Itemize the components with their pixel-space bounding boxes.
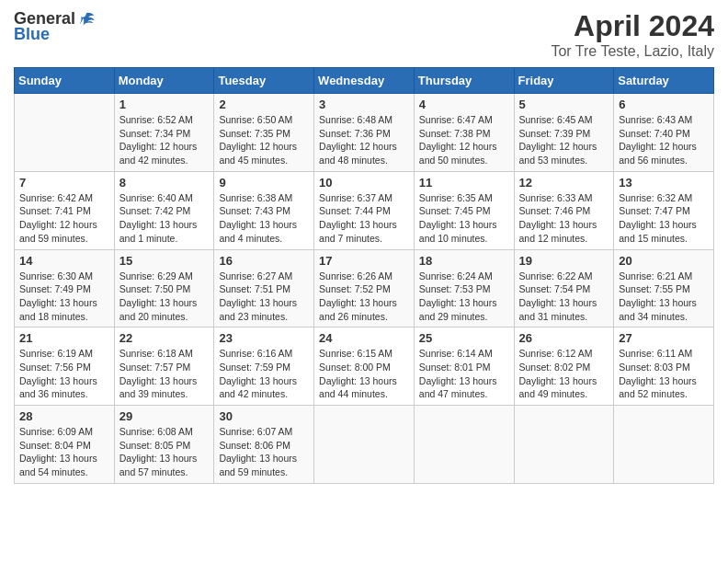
- header-thursday: Thursday: [414, 68, 514, 94]
- calendar-cell: 25Sunrise: 6:14 AMSunset: 8:01 PMDayligh…: [414, 327, 514, 406]
- day-info: Sunrise: 6:42 AMSunset: 7:41 PMDaylight:…: [19, 191, 109, 246]
- calendar-cell: 3Sunrise: 6:48 AMSunset: 7:36 PMDaylight…: [314, 94, 415, 172]
- day-info: Sunrise: 6:24 AMSunset: 7:53 PMDaylight:…: [419, 270, 509, 324]
- calendar-cell: 21Sunrise: 6:19 AMSunset: 7:56 PMDayligh…: [15, 327, 115, 406]
- header-tuesday: Tuesday: [214, 68, 314, 94]
- calendar-cell: 6Sunrise: 6:43 AMSunset: 7:40 PMDaylight…: [614, 94, 714, 172]
- day-number: 9: [219, 176, 309, 190]
- day-number: 17: [319, 254, 409, 268]
- calendar-cell: 9Sunrise: 6:38 AMSunset: 7:43 PMDaylight…: [214, 171, 314, 249]
- day-number: 26: [519, 331, 609, 345]
- calendar-cell: 20Sunrise: 6:21 AMSunset: 7:55 PMDayligh…: [614, 249, 714, 327]
- calendar-cell: 10Sunrise: 6:37 AMSunset: 7:44 PMDayligh…: [314, 171, 415, 249]
- day-number: 4: [419, 98, 509, 111]
- calendar-cell: 18Sunrise: 6:24 AMSunset: 7:53 PMDayligh…: [414, 249, 514, 327]
- day-info: Sunrise: 6:38 AMSunset: 7:43 PMDaylight:…: [219, 191, 309, 246]
- week-row-1: 1Sunrise: 6:52 AMSunset: 7:34 PMDaylight…: [15, 94, 714, 172]
- day-info: Sunrise: 6:47 AMSunset: 7:38 PMDaylight:…: [419, 113, 509, 167]
- subtitle: Tor Tre Teste, Lazio, Italy: [551, 43, 714, 60]
- calendar-cell: 15Sunrise: 6:29 AMSunset: 7:50 PMDayligh…: [114, 249, 214, 327]
- day-info: Sunrise: 6:12 AMSunset: 8:02 PMDaylight:…: [519, 347, 609, 401]
- day-number: 24: [319, 331, 409, 345]
- day-info: Sunrise: 6:35 AMSunset: 7:45 PMDaylight:…: [419, 191, 509, 246]
- day-info: Sunrise: 6:21 AMSunset: 7:55 PMDaylight:…: [619, 270, 709, 324]
- day-info: Sunrise: 6:15 AMSunset: 8:00 PMDaylight:…: [319, 347, 409, 401]
- day-number: 18: [419, 254, 509, 268]
- title-area: April 2024 Tor Tre Teste, Lazio, Italy: [551, 9, 714, 60]
- calendar-cell: 24Sunrise: 6:15 AMSunset: 8:00 PMDayligh…: [314, 327, 415, 406]
- calendar-cell: 27Sunrise: 6:11 AMSunset: 8:03 PMDayligh…: [614, 327, 714, 406]
- day-number: 16: [219, 254, 309, 268]
- day-number: 21: [19, 331, 109, 345]
- calendar-cell: 11Sunrise: 6:35 AMSunset: 7:45 PMDayligh…: [414, 171, 514, 249]
- calendar-cell: 5Sunrise: 6:45 AMSunset: 7:39 PMDaylight…: [514, 94, 614, 172]
- calendar-cell: [15, 94, 115, 172]
- day-info: Sunrise: 6:07 AMSunset: 8:06 PMDaylight:…: [219, 425, 309, 479]
- day-info: Sunrise: 6:40 AMSunset: 7:42 PMDaylight:…: [119, 191, 210, 246]
- day-number: 25: [419, 331, 509, 345]
- day-info: Sunrise: 6:45 AMSunset: 7:39 PMDaylight:…: [519, 113, 609, 167]
- week-row-3: 14Sunrise: 6:30 AMSunset: 7:49 PMDayligh…: [15, 249, 714, 327]
- day-info: Sunrise: 6:16 AMSunset: 7:59 PMDaylight:…: [219, 347, 309, 401]
- calendar-cell: 8Sunrise: 6:40 AMSunset: 7:42 PMDaylight…: [114, 171, 214, 249]
- calendar-cell: 1Sunrise: 6:52 AMSunset: 7:34 PMDaylight…: [114, 94, 214, 172]
- calendar-cell: [614, 406, 714, 484]
- header-friday: Friday: [514, 68, 614, 94]
- day-number: 7: [19, 176, 109, 190]
- day-info: Sunrise: 6:50 AMSunset: 7:35 PMDaylight:…: [219, 113, 309, 167]
- calendar-cell: 19Sunrise: 6:22 AMSunset: 7:54 PMDayligh…: [514, 249, 614, 327]
- logo-bird-icon: [77, 10, 96, 29]
- day-info: Sunrise: 6:22 AMSunset: 7:54 PMDaylight:…: [519, 270, 609, 324]
- calendar-cell: [414, 406, 514, 484]
- header-sunday: Sunday: [15, 68, 115, 94]
- day-info: Sunrise: 6:37 AMSunset: 7:44 PMDaylight:…: [319, 191, 409, 246]
- day-number: 8: [119, 176, 210, 190]
- week-row-2: 7Sunrise: 6:42 AMSunset: 7:41 PMDaylight…: [15, 171, 714, 249]
- calendar-cell: 14Sunrise: 6:30 AMSunset: 7:49 PMDayligh…: [15, 249, 115, 327]
- day-number: 5: [519, 98, 609, 111]
- calendar-cell: 4Sunrise: 6:47 AMSunset: 7:38 PMDaylight…: [414, 94, 514, 172]
- calendar-cell: 30Sunrise: 6:07 AMSunset: 8:06 PMDayligh…: [214, 406, 314, 484]
- day-info: Sunrise: 6:30 AMSunset: 7:49 PMDaylight:…: [19, 270, 109, 324]
- calendar-cell: [514, 406, 614, 484]
- calendar-cell: 2Sunrise: 6:50 AMSunset: 7:35 PMDaylight…: [214, 94, 314, 172]
- day-number: 14: [19, 254, 109, 268]
- calendar-cell: 7Sunrise: 6:42 AMSunset: 7:41 PMDaylight…: [15, 171, 115, 249]
- logo-blue: Blue: [14, 25, 50, 44]
- day-number: 2: [219, 98, 309, 111]
- day-info: Sunrise: 6:26 AMSunset: 7:52 PMDaylight:…: [319, 270, 409, 324]
- day-number: 23: [219, 331, 309, 345]
- day-number: 20: [619, 254, 709, 268]
- day-number: 1: [119, 98, 210, 111]
- day-number: 13: [619, 176, 709, 190]
- calendar-cell: 16Sunrise: 6:27 AMSunset: 7:51 PMDayligh…: [214, 249, 314, 327]
- calendar-cell: 29Sunrise: 6:08 AMSunset: 8:05 PMDayligh…: [114, 406, 214, 484]
- day-number: 15: [119, 254, 210, 268]
- calendar-cell: 26Sunrise: 6:12 AMSunset: 8:02 PMDayligh…: [514, 327, 614, 406]
- calendar-cell: 22Sunrise: 6:18 AMSunset: 7:57 PMDayligh…: [114, 327, 214, 406]
- day-info: Sunrise: 6:29 AMSunset: 7:50 PMDaylight:…: [119, 270, 210, 324]
- day-info: Sunrise: 6:11 AMSunset: 8:03 PMDaylight:…: [619, 347, 709, 401]
- calendar-table: SundayMondayTuesdayWednesdayThursdayFrid…: [14, 67, 714, 484]
- header-wednesday: Wednesday: [314, 68, 415, 94]
- day-number: 28: [19, 409, 109, 423]
- day-number: 30: [219, 409, 309, 423]
- calendar-cell: 28Sunrise: 6:09 AMSunset: 8:04 PMDayligh…: [15, 406, 115, 484]
- day-number: 12: [519, 176, 609, 190]
- week-row-4: 21Sunrise: 6:19 AMSunset: 7:56 PMDayligh…: [15, 327, 714, 406]
- calendar-cell: 23Sunrise: 6:16 AMSunset: 7:59 PMDayligh…: [214, 327, 314, 406]
- day-number: 6: [619, 98, 709, 111]
- day-number: 22: [119, 331, 210, 345]
- day-info: Sunrise: 6:52 AMSunset: 7:34 PMDaylight:…: [119, 113, 210, 167]
- day-info: Sunrise: 6:48 AMSunset: 7:36 PMDaylight:…: [319, 113, 409, 167]
- day-info: Sunrise: 6:18 AMSunset: 7:57 PMDaylight:…: [119, 347, 210, 401]
- calendar-cell: 17Sunrise: 6:26 AMSunset: 7:52 PMDayligh…: [314, 249, 415, 327]
- calendar-cell: 12Sunrise: 6:33 AMSunset: 7:46 PMDayligh…: [514, 171, 614, 249]
- header-monday: Monday: [114, 68, 214, 94]
- header-saturday: Saturday: [614, 68, 714, 94]
- day-info: Sunrise: 6:27 AMSunset: 7:51 PMDaylight:…: [219, 270, 309, 324]
- main-title: April 2024: [551, 9, 714, 43]
- day-info: Sunrise: 6:43 AMSunset: 7:40 PMDaylight:…: [619, 113, 709, 167]
- day-info: Sunrise: 6:32 AMSunset: 7:47 PMDaylight:…: [619, 191, 709, 246]
- day-number: 27: [619, 331, 709, 345]
